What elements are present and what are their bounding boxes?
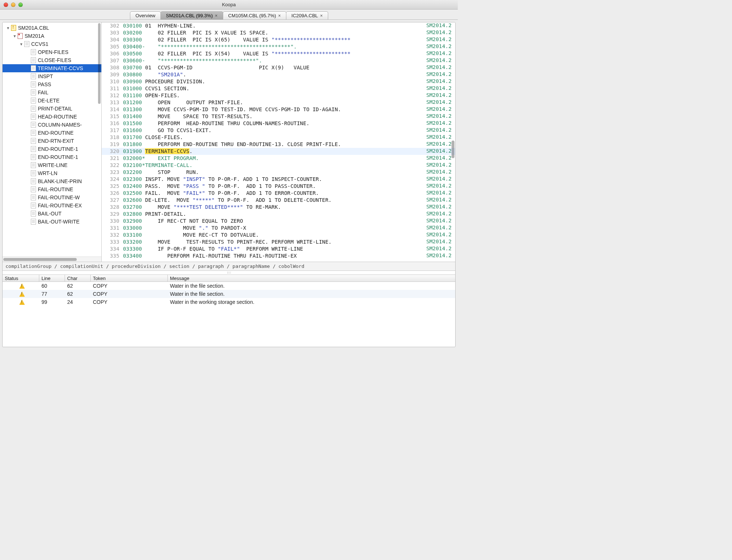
code-line[interactable]: 323032200 STOP RUN. — [102, 169, 455, 176]
source-tag: SM2014.2 — [426, 183, 452, 189]
document-tab[interactable]: CM105M.CBL (95.7%)× — [223, 11, 286, 19]
tree-vertical-scrollbar[interactable] — [98, 23, 101, 104]
code-line[interactable]: 318031700 CLOSE-FILES. — [102, 134, 455, 141]
tree-node-label: FAIL-ROUTINE-EX — [38, 203, 82, 208]
tree-horizontal-scrollbar-thumb[interactable] — [3, 258, 77, 261]
column-header-message[interactable]: Message — [168, 275, 455, 281]
disclosure-triangle-icon[interactable]: ▼ — [6, 26, 11, 30]
tree-node[interactable]: WRITE-LINE — [3, 161, 101, 169]
code-line[interactable]: 332033100 MOVE REC-CT TO DOTVALUE. — [102, 232, 455, 239]
tree-node[interactable]: CLOSE-FILES — [3, 56, 101, 64]
tree-node[interactable]: OPEN-FILES — [3, 48, 101, 56]
editor-vertical-scrollbar[interactable] — [452, 141, 454, 158]
code-line[interactable]: 314031300 MOVE CCVS-PGM-ID TO TEST-ID. M… — [102, 106, 455, 113]
code-line[interactable]: 302030100 01 HYPHEN-LINE. — [102, 22, 455, 29]
code-line[interactable]: 313031200 OPEN OUTPUT PRINT-FILE. — [102, 99, 455, 106]
source-tag: SM2014.2 — [426, 50, 452, 56]
line-number: 312 — [102, 92, 123, 99]
code-line[interactable]: 303030200 02 FILLER PIC IS X VALUE IS SP… — [102, 29, 455, 36]
code-line[interactable]: 331033000 MOVE "." TO PARDOT-X — [102, 225, 455, 232]
token-cell: COPY — [91, 291, 168, 297]
tree-node[interactable]: FAIL-ROUTINE-W — [3, 193, 101, 201]
outline-tree[interactable]: ▼SM201A.CBL▼SM201A▼CCVS1OPEN-FILESCLOSE-… — [3, 22, 101, 257]
code-line[interactable]: 335033400 PERFORM FAIL-ROUTINE THRU FAIL… — [102, 252, 455, 259]
code-line[interactable]: 322032100*TERMINATE-CALL. — [102, 162, 455, 169]
code-line[interactable]: 328032700 MOVE "****TEST DELETED****" TO… — [102, 204, 455, 211]
tab-close-icon[interactable]: × — [278, 13, 281, 18]
code-line[interactable]: 315031400 MOVE SPACE TO TEST-RESULTS. — [102, 113, 455, 120]
document-tab[interactable]: IC209A.CBL× — [286, 11, 328, 19]
document-icon — [30, 146, 36, 152]
line-number: 302 — [102, 22, 123, 29]
code-line[interactable]: 311031000 CCVS1 SECTION. — [102, 85, 455, 92]
code-line[interactable]: 325032400 PASS. MOVE "PASS " TO P-OR-F. … — [102, 183, 455, 190]
tree-node[interactable]: BAIL-OUT — [3, 210, 101, 218]
code-line[interactable]: 327032600 DE-LETE. MOVE "*****" TO P-OR-… — [102, 197, 455, 204]
tree-node[interactable]: WRT-LN — [3, 169, 101, 177]
column-header-status[interactable]: Status — [3, 275, 39, 281]
document-icon — [30, 49, 36, 55]
code-line[interactable]: 310030900 PROCEDURE DIVISION. — [102, 78, 455, 85]
code-line[interactable]: 308030700 01 CCVS-PGM-ID PIC X(9) VALUE — [102, 64, 455, 71]
line-cell: 60 — [39, 283, 65, 289]
tree-node[interactable]: FAIL-ROUTINE-EX — [3, 201, 101, 210]
code-line[interactable]: 307030600- "****************************… — [102, 57, 455, 64]
tree-node[interactable]: TERMINATE-CCVS — [3, 64, 101, 72]
document-tab[interactable]: SM201A.CBL (99.3%)× — [160, 11, 223, 19]
tree-node[interactable]: FAIL-ROUTINE — [3, 185, 101, 193]
problems-row[interactable]: 9924COPYWater in the working storage sec… — [3, 298, 455, 306]
code-line[interactable]: 334033300 IF P-OR-F EQUAL TO "FAIL*" PER… — [102, 246, 455, 252]
code-line[interactable]: 333033200 MOVE TEST-RESULTS TO PRINT-REC… — [102, 239, 455, 246]
problems-table-body[interactable]: 6062COPYWater in the file section.7762CO… — [3, 282, 455, 347]
code-line[interactable]: 312031100 OPEN-FILES. — [102, 92, 455, 99]
code-text: 031700 CLOSE-FILES. — [123, 134, 455, 141]
tree-node[interactable]: END-ROUTINE-1 — [3, 153, 101, 161]
code-line[interactable]: 306030500 02 FILLER PIC IS X(54) VALUE I… — [102, 50, 455, 57]
column-header-token[interactable]: Token — [91, 275, 168, 281]
tree-horizontal-scrollbar-track[interactable] — [3, 257, 101, 262]
code-line[interactable]: 320031900 TERMINATE-CCVS. — [102, 148, 455, 155]
tree-node[interactable]: COLUMN-NAMES- — [3, 121, 101, 129]
code-line[interactable]: 309030800 "SM201A". — [102, 71, 455, 78]
tree-node[interactable]: HEAD-ROUTINE — [3, 113, 101, 121]
tab-close-icon[interactable]: × — [320, 13, 323, 18]
tree-node[interactable]: END-ROUTINE-1 — [3, 145, 101, 153]
code-editor-pane[interactable]: 302030100 01 HYPHEN-LINE.303030200 02 FI… — [102, 22, 455, 262]
column-header-line[interactable]: Line — [39, 275, 65, 281]
tree-node[interactable]: BLANK-LINE-PRIN — [3, 177, 101, 185]
pane-splitter[interactable] — [3, 271, 455, 274]
tree-node[interactable]: FAIL — [3, 88, 101, 97]
disclosure-triangle-icon[interactable]: ▼ — [19, 42, 24, 46]
code-line[interactable]: 319031800 PERFORM END-ROUTINE THRU END-R… — [102, 141, 455, 148]
tree-node[interactable]: ▼CCVS1 — [3, 40, 101, 48]
code-text: 030900 PROCEDURE DIVISION. — [123, 78, 455, 85]
code-text: 032000* EXIT PROGRAM. — [123, 155, 455, 162]
problems-row[interactable]: 6062COPYWater in the file section. — [3, 282, 455, 290]
tree-node[interactable]: PRINT-DETAIL — [3, 105, 101, 113]
tree-node-label: CCVS1 — [31, 41, 48, 47]
code-line[interactable]: 304030300 02 FILLER PIC IS X(65) VALUE I… — [102, 36, 455, 43]
code-line[interactable]: 317031600 GO TO CCVS1-EXIT. — [102, 127, 455, 134]
code-line[interactable]: 321032000* EXIT PROGRAM. — [102, 155, 455, 162]
tree-node[interactable]: ▼SM201A.CBL — [3, 24, 101, 32]
code-line[interactable]: 324032300 INSPT. MOVE "INSPT" TO P-OR-F.… — [102, 176, 455, 183]
tree-node[interactable]: DE-LETE — [3, 97, 101, 105]
code-line[interactable]: 316031500 PERFORM HEAD-ROUTINE THRU COLU… — [102, 120, 455, 127]
tree-node[interactable]: INSPT — [3, 72, 101, 80]
tab-close-icon[interactable]: × — [215, 13, 218, 18]
code-line[interactable]: 329032800 PRINT-DETAIL. — [102, 211, 455, 218]
code-line[interactable]: 326032500 FAIL. MOVE "FAIL*" TO P-OR-F. … — [102, 190, 455, 197]
tree-node-label: CLOSE-FILES — [38, 57, 71, 63]
code-line[interactable]: 330032900 IF REC-CT NOT EQUAL TO ZERO — [102, 218, 455, 225]
tree-node[interactable]: END-ROUTINE — [3, 129, 101, 137]
disclosure-triangle-icon[interactable]: ▼ — [12, 34, 17, 38]
tree-node[interactable]: END-RTN-EXIT — [3, 137, 101, 145]
tree-node[interactable]: ▼SM201A — [3, 32, 101, 40]
document-tab[interactable]: Overview — [130, 11, 161, 19]
tree-node[interactable]: BAIL-OUT-WRITE — [3, 218, 101, 226]
problems-row[interactable]: 7762COPYWater in the file section. — [3, 290, 455, 298]
tree-node[interactable]: PASS — [3, 80, 101, 88]
source-tag: SM2014.2 — [426, 134, 452, 140]
column-header-char[interactable]: Char — [65, 275, 91, 281]
code-line[interactable]: 305030400- "****************************… — [102, 43, 455, 50]
